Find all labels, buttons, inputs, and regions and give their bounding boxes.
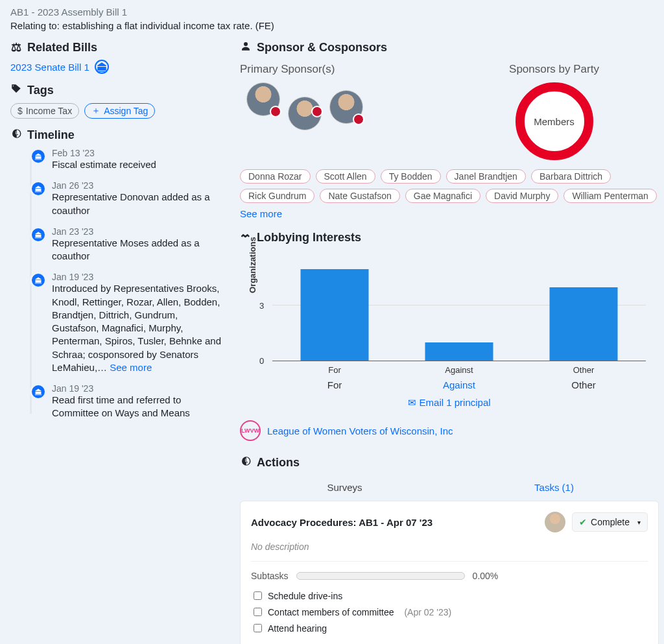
timeline-heading: Timeline <box>10 128 224 143</box>
timeline-text-body: Introduced by Representatives Brooks, Kn… <box>52 283 221 373</box>
bill-description: Relating to: establishing a flat individ… <box>10 20 659 31</box>
cosponsors-see-more-link[interactable]: See more <box>240 208 282 219</box>
check-icon: ✔ <box>579 517 587 527</box>
actions-heading-text: Actions <box>257 456 300 470</box>
related-bill-link[interactable]: 2023 Senate Bill 1 <box>10 62 89 73</box>
party-badge-republican <box>270 106 281 117</box>
government-icon[interactable] <box>95 60 109 74</box>
email-principal-label: Email 1 principal <box>420 397 491 408</box>
cosponsor-pill[interactable]: William Penterman <box>563 189 656 203</box>
tags-heading-text: Tags <box>27 84 54 97</box>
chart-bar-label: Against <box>445 365 473 375</box>
subtask-checkbox[interactable] <box>254 591 262 600</box>
task-card: Advocacy Procedures: AB1 - Apr 07 '23 ✔ … <box>240 501 659 644</box>
cosponsor-pill[interactable]: Janel Brandtjen <box>446 169 526 184</box>
lobbying-chart: Organizations 0 3 For Against <box>240 251 659 441</box>
tab-tasks[interactable]: Tasks (1) <box>449 475 659 499</box>
timeline-date: Jan 23 '23 <box>52 226 224 237</box>
subtask-item: Attend hearing <box>251 620 648 636</box>
timeline-item: Jan 26 '23 Representative Donovan added … <box>23 180 224 217</box>
timeline-item: Jan 23 '23 Representative Moses added as… <box>23 226 224 263</box>
chart-y-axis-label: Organizations <box>248 237 257 293</box>
timeline-date: Jan 19 '23 <box>52 272 224 282</box>
envelope-icon: ✉ <box>408 397 416 408</box>
org-link[interactable]: League of Women Voters of Wisconsin, Inc <box>267 425 453 436</box>
subtasks-progress-bar <box>296 572 465 580</box>
tag-label: Income Tax <box>26 106 72 116</box>
government-icon <box>30 180 47 197</box>
assign-tag-button[interactable]: ＋ Assign Tag <box>84 103 155 119</box>
subtask-item: Contact members of committee (Apr 02 '23… <box>251 604 648 620</box>
government-icon <box>30 226 47 243</box>
chevron-down-icon: ▾ <box>634 519 641 526</box>
timeline-text: Introduced by Representatives Brooks, Kn… <box>52 282 224 374</box>
tag-icon <box>10 83 22 98</box>
party-badge-republican <box>353 113 364 125</box>
lobby-category-against[interactable]: Against <box>397 379 521 390</box>
government-icon <box>30 383 47 400</box>
subtask-label: Attend hearing <box>268 623 327 634</box>
cosponsor-pill[interactable]: Rick Gundrum <box>240 189 314 203</box>
subtask-label: Contact members of committee <box>268 607 394 617</box>
org-logo-badge: LWVW <box>240 420 261 441</box>
sponsors-heading-text: Sponsor & Cosponsors <box>257 41 387 54</box>
timeline-date: Feb 13 '23 <box>52 148 224 158</box>
subtasks-progress-text: 0.00% <box>473 571 499 581</box>
chart-bar-other <box>550 287 618 361</box>
subtask-checkbox[interactable] <box>254 624 262 632</box>
dollar-icon: $ <box>18 106 23 116</box>
subtask-label: Schedule drive-ins <box>268 591 342 601</box>
tag-pill-income-tax[interactable]: $ Income Tax <box>10 103 79 119</box>
cosponsor-pill[interactable]: Scott Allen <box>316 169 375 184</box>
lobby-category-other[interactable]: Other <box>521 379 646 390</box>
party-badge-republican <box>311 106 323 117</box>
sponsor-avatar[interactable] <box>288 82 322 116</box>
email-principal-link[interactable]: ✉ Email 1 principal <box>408 397 490 408</box>
related-bills-heading-text: Related Bills <box>27 41 97 54</box>
subtask-checkbox[interactable] <box>254 608 262 616</box>
task-no-description: No description <box>251 542 648 552</box>
timeline-date: Jan 26 '23 <box>52 180 224 191</box>
scales-icon: ⚖ <box>10 40 22 54</box>
timeline-item: Feb 13 '23 Fiscal estimate received <box>23 148 224 171</box>
timeline-text: Fiscal estimate received <box>52 158 224 171</box>
cosponsor-pill[interactable]: Donna Rozar <box>240 169 311 184</box>
person-icon <box>240 40 252 55</box>
history-icon <box>10 128 22 143</box>
history-icon <box>240 455 252 470</box>
task-title: Advocacy Procedures: AB1 - Apr 07 '23 <box>251 517 433 528</box>
tags-heading: Tags <box>10 83 224 98</box>
lobby-category-for[interactable]: For <box>272 379 397 390</box>
chart-bar-for <box>301 269 369 361</box>
cosponsor-pill[interactable]: David Murphy <box>486 189 558 203</box>
cosponsor-pill[interactable]: Gae Magnafici <box>405 189 480 203</box>
subtask-item: Schedule drive-ins <box>251 588 648 604</box>
timeline: Feb 13 '23 Fiscal estimate received Jan … <box>10 148 224 420</box>
cosponsor-pill[interactable]: Nate Gustafson <box>320 189 399 203</box>
actions-heading: Actions <box>240 455 659 470</box>
chart-bar-label: Other <box>573 365 595 375</box>
timeline-date: Jan 19 '23 <box>52 383 224 394</box>
assign-tag-label: Assign Tag <box>104 106 148 116</box>
government-icon <box>30 272 47 289</box>
party-donut-chart: Members <box>516 82 593 160</box>
task-status-label: Complete <box>591 517 630 527</box>
sponsor-avatar[interactable] <box>246 82 280 116</box>
chart-bar-label: For <box>328 365 341 375</box>
timeline-see-more-link[interactable]: See more <box>110 362 152 373</box>
cosponsor-list: Donna Rozar Scott Allen Ty Bodden Janel … <box>240 169 659 219</box>
lobbying-heading: Lobbying Interests <box>240 230 659 246</box>
task-status-dropdown[interactable]: ✔ Complete ▾ <box>572 512 648 532</box>
sponsors-by-party-heading: Sponsors by Party <box>449 63 659 76</box>
timeline-text: Representative Moses added as a coauthor <box>52 237 224 263</box>
timeline-item: Jan 19 '23 Read first time and referred … <box>23 383 224 420</box>
task-assignee-avatar[interactable] <box>545 512 565 532</box>
timeline-text: Representative Donovan added as a coauth… <box>52 191 224 217</box>
bill-title: AB1 - 2023 Assembly Bill 1 <box>10 6 659 18</box>
cosponsor-pill[interactable]: Barbara Dittrich <box>531 169 611 184</box>
tab-surveys[interactable]: Surveys <box>240 475 449 499</box>
lobbying-heading-text: Lobbying Interests <box>257 231 361 244</box>
party-donut-label: Members <box>534 116 575 127</box>
sponsor-avatar[interactable] <box>329 90 363 124</box>
cosponsor-pill[interactable]: Ty Bodden <box>381 169 441 184</box>
